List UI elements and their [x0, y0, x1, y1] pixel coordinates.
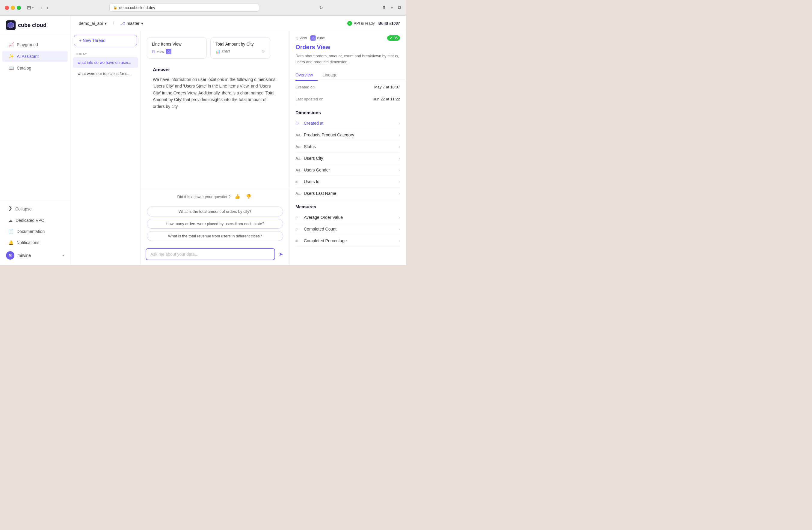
sidebar-toggle[interactable]: ⊞ ▾	[27, 5, 34, 11]
suggestion-0[interactable]: What is the total amount of orders by ci…	[147, 206, 283, 216]
reload-button[interactable]: ↻	[319, 5, 323, 10]
new-thread-button[interactable]: + New Thread	[74, 35, 137, 46]
dimension-status[interactable]: Aa Status ›	[295, 141, 400, 153]
answer-section: Answer We have information on user locat…	[147, 62, 283, 115]
chat-messages: Line Items View ⊟ view ⬡ Total Amount by…	[141, 31, 289, 189]
suggestions: What is the total amount of orders by ci…	[141, 204, 289, 246]
measure-average-order-value[interactable]: # Average Order Value ›	[295, 212, 400, 223]
chevron-right-icon-8: ›	[398, 215, 400, 220]
sidebar-item-ai-assistant[interactable]: ✨ AI Assistant	[2, 51, 68, 62]
sidebar-item-notifications[interactable]: 🔔 Notifications	[2, 237, 68, 248]
string-icon-4: Aa	[295, 168, 301, 172]
detail-content: Created on May 7 at 10:07 Last updated o…	[289, 81, 406, 247]
dimension-created-at[interactable]: ⏱ Created at ›	[295, 117, 400, 129]
dimension-label-products-category: Products Product Category	[304, 132, 354, 137]
dimensions-title: Dimensions	[295, 105, 400, 117]
send-button[interactable]: ➤	[277, 250, 284, 259]
cube-badge-icon: ⬡	[310, 35, 316, 41]
tab-lineage[interactable]: Lineage	[322, 70, 342, 81]
view-badge-label: view	[300, 36, 307, 40]
status-check-icon: ✓	[348, 22, 351, 25]
tabs-button[interactable]: ⧉	[398, 5, 401, 11]
measure-left-cc: # Completed Count	[295, 227, 336, 231]
sidebar-item-catalog[interactable]: 📖 Catalog	[2, 62, 68, 74]
cube-badge-label: cube	[317, 36, 325, 40]
new-tab-button[interactable]: ＋	[390, 4, 394, 11]
card-line-items-meta: ⊟ view ⬡	[152, 49, 202, 54]
forward-button[interactable]: ›	[45, 4, 50, 11]
created-on-row: Created on May 7 at 10:07	[295, 81, 400, 93]
card-view-label: view	[157, 49, 164, 54]
feedback-question: Did this answer your question?	[177, 195, 231, 199]
ai-assistant-icon: ✨	[9, 54, 14, 59]
share-button[interactable]: ⬆	[382, 5, 386, 11]
sidebar-item-vpc[interactable]: ☁ Dedicated VPC	[2, 215, 68, 226]
sidebar-nav: 📈 Playground ✨ AI Assistant 📖 Catalog	[0, 35, 70, 200]
settings-icon[interactable]: ⚙	[261, 49, 265, 54]
top-header: demo_ai_api ▾ / ⎇ master ▾ ✓ API is read…	[70, 16, 406, 31]
detail-panel: ⊟ view ⬡ cube ✓ 35 Orders View Dat	[289, 31, 406, 265]
sidebar-item-documentation[interactable]: 📄 Documentation	[2, 226, 68, 237]
thread-item-0[interactable]: what info do we have on user...	[73, 57, 138, 68]
card-total-amount-meta: 📊 chart ⚙	[215, 49, 265, 54]
sidebar-item-playground[interactable]: 📈 Playground	[2, 39, 68, 51]
view-icon: ⊟	[152, 49, 155, 54]
user-chevron-icon: ▾	[62, 254, 64, 258]
chat-input[interactable]	[146, 248, 275, 260]
measure-completed-percentage[interactable]: # Completed Percentage ›	[295, 235, 400, 247]
dimension-users-last-name[interactable]: Aa Users Last Name ›	[295, 188, 400, 199]
dimension-users-id[interactable]: # Users Id ›	[295, 176, 400, 188]
count-check-icon: ✓	[390, 36, 392, 40]
back-button[interactable]: ‹	[39, 4, 44, 11]
tab-overview[interactable]: Overview	[295, 70, 318, 81]
number-icon-2: #	[295, 215, 301, 220]
branch-chevron-icon: ▾	[141, 21, 143, 26]
address-bar[interactable]: 🔒 demo.cubecloud.dev	[110, 4, 259, 12]
detail-header: ⊟ view ⬡ cube ✓ 35 Orders View Dat	[289, 31, 406, 70]
branch-selector[interactable]: ⎇ master ▾	[118, 20, 146, 27]
count-value: 35	[394, 36, 397, 40]
fullscreen-button[interactable]	[17, 6, 21, 10]
view-badge-icon: ⊟	[295, 36, 299, 40]
dimension-left-users-id: # Users Id	[295, 179, 319, 184]
close-button[interactable]	[5, 6, 9, 10]
dimension-label-users-id: Users Id	[304, 179, 319, 184]
sidebar-header: cube cloud	[0, 16, 70, 35]
user-profile[interactable]: M mirvine ▾	[0, 248, 70, 262]
answer-text: We have information on user locations in…	[153, 76, 277, 110]
dimension-left-created-at: ⏱ Created at	[295, 121, 323, 126]
card-total-amount[interactable]: Total Amount by City 📊 chart ⚙	[211, 37, 270, 59]
card-total-amount-title: Total Amount by City	[215, 42, 265, 46]
measure-label-aov: Average Order Value	[304, 215, 343, 220]
thumbs-down-button[interactable]: 👎	[245, 193, 252, 201]
suggestion-2[interactable]: What is the total revenue from users in …	[147, 231, 283, 241]
logo-text: cube cloud	[18, 22, 46, 28]
dimension-users-gender[interactable]: Aa Users Gender ›	[295, 164, 400, 176]
notifications-icon: 🔔	[9, 240, 14, 245]
suggestion-1[interactable]: How many orders were placed by users fro…	[147, 219, 283, 229]
sidebar-item-label-catalog: Catalog	[17, 66, 31, 70]
project-selector[interactable]: demo_ai_api ▾	[76, 20, 109, 27]
created-on-label: Created on	[295, 85, 315, 89]
dimension-label-created-at: Created at	[304, 121, 323, 126]
documentation-label: Documentation	[16, 229, 45, 234]
created-on-value: May 7 at 10:07	[374, 85, 400, 89]
minimize-button[interactable]	[11, 6, 15, 10]
app-container: cube cloud 📈 Playground ✨ AI Assistant 📖…	[0, 16, 406, 265]
dimension-products-category[interactable]: Aa Products Product Category ›	[295, 129, 400, 141]
sidebar-item-collapse[interactable]: ❮ Collapse	[2, 203, 68, 215]
measure-label-cp: Completed Percentage	[304, 238, 347, 243]
thread-item-1[interactable]: what were our top cities for s...	[73, 68, 138, 79]
chevron-right-icon-9: ›	[398, 227, 400, 231]
api-status-text: API is ready	[354, 21, 375, 26]
thumbs-up-button[interactable]: 👍	[233, 193, 242, 201]
measure-completed-count[interactable]: # Completed Count ›	[295, 223, 400, 235]
collapse-label: Collapse	[15, 206, 31, 211]
card-line-items-view[interactable]: Line Items View ⊟ view ⬡	[147, 37, 207, 59]
dimension-left-users-last-name: Aa Users Last Name	[295, 191, 336, 196]
logo[interactable]: cube cloud	[6, 20, 64, 30]
dimension-users-city[interactable]: Aa Users City ›	[295, 153, 400, 164]
count-badge: ✓ 35	[387, 35, 400, 41]
string-icon-3: Aa	[295, 156, 301, 161]
browser-chrome: ⊞ ▾ ‹ › 🔒 demo.cubecloud.dev ↻ ⬆ ＋ ⧉	[0, 0, 406, 16]
